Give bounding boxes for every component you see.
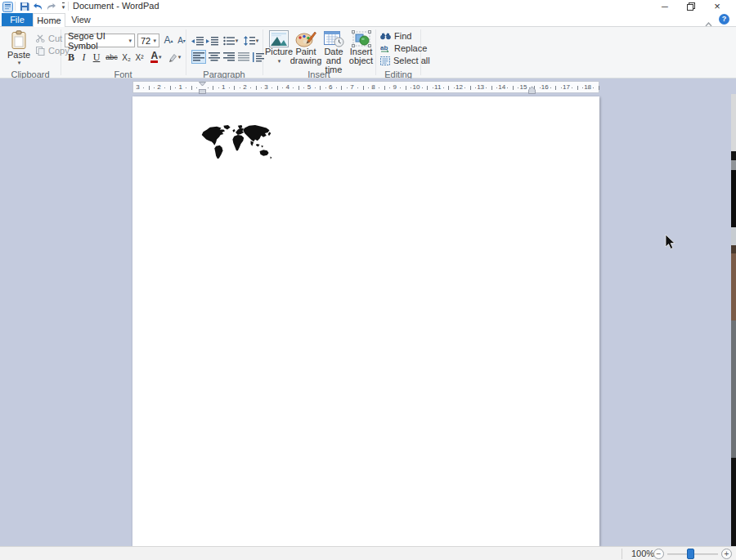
font-family-value: Segoe UI Symbol: [68, 31, 128, 51]
title-bar: ▾ Document - WordPad ─ ×: [0, 0, 736, 13]
subscript-button[interactable]: X₂: [120, 51, 132, 64]
tab-file[interactable]: File: [2, 13, 33, 26]
font-size-dropdown-icon: ▾: [153, 38, 156, 44]
font-size-value: 72: [141, 36, 150, 46]
redo-icon[interactable]: [45, 1, 57, 12]
cut-label: Cut: [48, 34, 62, 43]
paste-label: Paste: [7, 50, 30, 60]
document-page[interactable]: [132, 96, 599, 546]
insert-object-label: Insert object: [348, 47, 375, 65]
status-separator: [622, 549, 622, 559]
qat-separator: [15, 2, 16, 11]
underline-button[interactable]: U: [91, 51, 102, 64]
indent-marker[interactable]: [199, 82, 206, 94]
find-button[interactable]: Find: [380, 31, 411, 41]
bullets-button[interactable]: ▾: [222, 34, 240, 47]
paragraph-settings-button[interactable]: [251, 50, 265, 64]
font-family-combo[interactable]: Segoe UI Symbol ▾: [65, 34, 135, 47]
wordpad-app-icon[interactable]: [2, 1, 14, 12]
zoom-in-button[interactable]: +: [721, 549, 732, 559]
insert-object-icon: [352, 30, 371, 47]
decrease-indent-button[interactable]: [191, 34, 204, 47]
status-bar: 100% − +: [0, 546, 736, 560]
document-workspace: 321123456789101112131415161718: [0, 78, 736, 546]
cut-scissors-icon: [36, 34, 45, 43]
zoom-level: 100%: [631, 549, 654, 558]
grow-font-button[interactable]: A▴: [162, 34, 175, 47]
ruler: 321123456789101112131415161718: [132, 81, 599, 93]
paste-clipboard-icon: [11, 30, 27, 50]
insert-object-button[interactable]: Insert object: [348, 30, 375, 65]
shrink-caret-icon: ▾: [183, 38, 186, 43]
undo-icon[interactable]: [32, 1, 44, 12]
paste-dropdown-icon: ▾: [18, 60, 21, 66]
font-size-combo[interactable]: 72 ▾: [137, 34, 159, 47]
picture-icon: [269, 30, 289, 47]
line-spacing-dropdown-icon: ▾: [256, 38, 259, 44]
replace-button[interactable]: ab Replace: [380, 43, 427, 53]
qat-separator: [68, 2, 69, 11]
zoom-slider-thumb[interactable]: [687, 549, 694, 559]
align-center-button[interactable]: [207, 50, 221, 64]
mouse-cursor: [665, 234, 676, 250]
highlight-button[interactable]: ▾: [166, 51, 182, 64]
line-spacing-icon: [244, 36, 255, 46]
replace-label: Replace: [394, 43, 427, 53]
replace-icon: ab: [380, 44, 391, 52]
wordpad-window: ▾ Document - WordPad ─ × File Home View …: [0, 0, 736, 560]
group-separator: [375, 29, 376, 75]
restore-button[interactable]: [680, 0, 702, 13]
font-color-dropdown-icon: ▾: [159, 54, 162, 60]
paint-drawing-label: Paint drawing: [290, 47, 322, 65]
picture-dropdown-icon: ▾: [278, 56, 281, 65]
picture-button[interactable]: Picture ▾: [266, 30, 292, 65]
justify-button[interactable]: [236, 50, 250, 64]
zoom-out-button[interactable]: −: [653, 549, 664, 559]
paint-drawing-icon: [295, 30, 316, 47]
tab-view[interactable]: View: [65, 13, 96, 26]
right-indent-marker[interactable]: [528, 86, 536, 94]
paint-drawing-button[interactable]: Paint drawing: [292, 30, 320, 65]
superscript-button[interactable]: X²: [133, 51, 146, 64]
close-button[interactable]: ×: [707, 0, 728, 13]
font-color-button[interactable]: A ▾: [148, 51, 164, 64]
align-left-button[interactable]: [191, 50, 206, 64]
date-time-icon: [324, 30, 344, 47]
line-spacing-button[interactable]: ▾: [242, 34, 260, 47]
font-color-icon: A: [150, 52, 158, 63]
bullets-icon: [223, 36, 235, 46]
font-family-dropdown-icon: ▾: [128, 38, 132, 44]
find-label: Find: [394, 31, 411, 41]
cut-button[interactable]: Cut: [36, 34, 62, 43]
world-map-glyph: [199, 124, 274, 162]
picture-label: Picture: [265, 47, 293, 56]
copy-icon: [36, 47, 45, 56]
select-all-button[interactable]: Select all: [380, 56, 430, 65]
help-button[interactable]: ?: [719, 14, 729, 25]
highlight-dropdown-icon: ▾: [178, 54, 182, 60]
select-all-icon: [380, 56, 390, 65]
select-all-label: Select all: [393, 56, 430, 65]
tab-home[interactable]: Home: [33, 13, 65, 27]
window-title: Document - WordPad: [73, 1, 159, 11]
minimize-button[interactable]: ─: [654, 0, 675, 13]
bold-button[interactable]: B: [65, 51, 77, 64]
date-and-time-button[interactable]: Date and time: [319, 30, 348, 74]
strikethrough-button[interactable]: abc: [104, 51, 119, 64]
paste-button[interactable]: Paste ▾: [6, 30, 32, 66]
shrink-font-button[interactable]: A▾: [175, 34, 188, 47]
find-binoculars-icon: [380, 32, 391, 40]
ribbon-tab-row: File Home View ?: [0, 13, 736, 26]
italic-button[interactable]: I: [79, 51, 89, 64]
save-icon[interactable]: [18, 1, 30, 12]
background-window-sliver: [731, 94, 736, 546]
increase-indent-button[interactable]: [205, 34, 219, 47]
bullets-dropdown-icon: ▾: [236, 38, 239, 44]
ribbon: Paste ▾ Cut Copy Clipboard Segoe UI Symb…: [0, 26, 736, 78]
align-right-button[interactable]: [222, 50, 236, 64]
restore-icon: [687, 2, 695, 11]
grow-caret-icon: ▴: [171, 38, 173, 43]
highlight-pen-icon: [168, 53, 177, 62]
